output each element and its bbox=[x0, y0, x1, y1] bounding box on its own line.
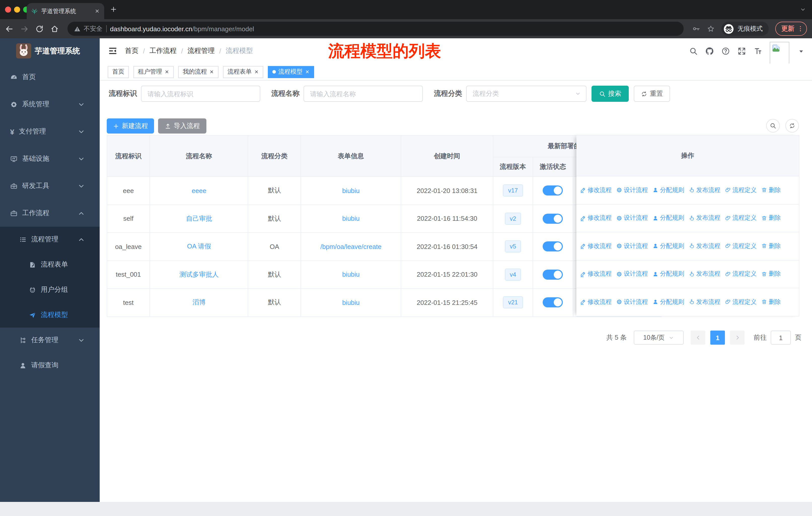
tag-流程表单[interactable]: 流程表单 bbox=[223, 66, 263, 78]
close-window-button[interactable] bbox=[5, 6, 11, 12]
assign-rule-button[interactable]: 分配规则 bbox=[652, 298, 684, 306]
sidebar-item-devtools[interactable]: 研发工具 bbox=[0, 172, 100, 199]
page-size-select[interactable]: 10条/页 bbox=[634, 331, 684, 345]
tag-首页[interactable]: 首页 bbox=[108, 66, 129, 78]
tab-close-icon[interactable] bbox=[95, 8, 100, 13]
form-info-link[interactable]: biubiu bbox=[342, 215, 359, 222]
design-button[interactable]: 设计流程 bbox=[616, 270, 648, 278]
process-name-link[interactable]: OA 请假 bbox=[187, 242, 211, 251]
import-process-button[interactable]: 导入流程 bbox=[158, 118, 206, 134]
modify-button[interactable]: 修改流程 bbox=[580, 186, 612, 194]
definition-button[interactable]: 流程定义 bbox=[725, 270, 757, 278]
breadcrumb-item[interactable]: 流程管理 bbox=[187, 46, 215, 55]
delete-button[interactable]: 删除 bbox=[761, 214, 781, 222]
publish-button[interactable]: 发布流程 bbox=[689, 270, 720, 278]
active-toggle[interactable] bbox=[543, 186, 563, 196]
update-browser-button[interactable]: 更新 bbox=[775, 22, 807, 36]
breadcrumb-item[interactable]: 工作流程 bbox=[149, 46, 177, 55]
forward-button[interactable] bbox=[20, 24, 29, 33]
avatar-caret-icon[interactable] bbox=[797, 47, 806, 55]
modify-button[interactable]: 修改流程 bbox=[580, 298, 612, 306]
modify-button[interactable]: 修改流程 bbox=[580, 270, 612, 278]
definition-button[interactable]: 流程定义 bbox=[725, 242, 757, 250]
active-toggle[interactable] bbox=[543, 270, 563, 280]
sidebar-item-infra[interactable]: 基础设施 bbox=[0, 145, 100, 172]
prev-page-button[interactable] bbox=[691, 331, 705, 345]
publish-button[interactable]: 发布流程 bbox=[689, 298, 720, 306]
design-button[interactable]: 设计流程 bbox=[616, 242, 648, 250]
process-name-link[interactable]: 自己审批 bbox=[186, 214, 212, 223]
toggle-search-button[interactable] bbox=[766, 119, 780, 133]
design-button[interactable]: 设计流程 bbox=[616, 214, 648, 222]
definition-button[interactable]: 流程定义 bbox=[725, 298, 757, 306]
form-info-link[interactable]: biubiu bbox=[342, 299, 359, 306]
active-toggle[interactable] bbox=[543, 214, 563, 224]
process-name-input[interactable] bbox=[303, 86, 423, 102]
search-icon[interactable] bbox=[689, 47, 698, 55]
breadcrumb-item[interactable]: 首页 bbox=[125, 46, 139, 55]
active-toggle[interactable] bbox=[543, 298, 563, 308]
tag-close-icon[interactable] bbox=[209, 70, 214, 74]
process-category-select[interactable]: 流程分类 bbox=[466, 86, 586, 102]
process-name-link[interactable]: eeee bbox=[192, 187, 206, 194]
sidebar-item-process-model[interactable]: 流程模型 bbox=[0, 302, 100, 328]
publish-button[interactable]: 发布流程 bbox=[689, 214, 720, 222]
tag-close-icon[interactable] bbox=[305, 70, 310, 74]
goto-page-input[interactable] bbox=[771, 331, 791, 345]
sidebar-item-system[interactable]: 系统管理 bbox=[0, 91, 100, 118]
sidebar-item-user-group[interactable]: 用户分组 bbox=[0, 277, 100, 302]
security-badge[interactable]: 不安全 bbox=[74, 24, 103, 33]
github-icon[interactable] bbox=[705, 47, 714, 55]
sidebar-item-payment[interactable]: ¥支付管理 bbox=[0, 118, 100, 145]
form-info-link[interactable]: biubiu bbox=[342, 187, 359, 194]
sidebar-item-process-mgmt[interactable]: 流程管理 bbox=[0, 227, 100, 252]
definition-button[interactable]: 流程定义 bbox=[725, 214, 757, 222]
bookmark-star-icon[interactable] bbox=[707, 25, 715, 33]
reset-button[interactable]: 重置 bbox=[634, 86, 670, 102]
modify-button[interactable]: 修改流程 bbox=[580, 242, 612, 250]
delete-button[interactable]: 删除 bbox=[761, 186, 781, 194]
fullscreen-icon[interactable] bbox=[737, 47, 746, 55]
delete-button[interactable]: 删除 bbox=[761, 242, 781, 250]
modify-button[interactable]: 修改流程 bbox=[580, 214, 612, 222]
sidebar-item-process-form[interactable]: 流程表单 bbox=[0, 252, 100, 277]
process-name-link[interactable]: 测试多审批人 bbox=[179, 270, 219, 279]
tag-close-icon[interactable] bbox=[254, 70, 259, 74]
search-button[interactable]: 搜索 bbox=[591, 86, 629, 102]
help-icon[interactable] bbox=[721, 47, 730, 55]
refresh-table-button[interactable] bbox=[785, 119, 799, 133]
form-info-link[interactable]: /bpm/oa/leave/create bbox=[320, 243, 382, 250]
active-toggle[interactable] bbox=[543, 242, 563, 252]
create-process-button[interactable]: 新建流程 bbox=[107, 118, 154, 134]
tag-我的流程[interactable]: 我的流程 bbox=[178, 66, 219, 78]
assign-rule-button[interactable]: 分配规则 bbox=[652, 186, 684, 194]
collapse-sidebar-icon[interactable] bbox=[108, 46, 117, 55]
design-button[interactable]: 设计流程 bbox=[616, 298, 648, 306]
assign-rule-button[interactable]: 分配规则 bbox=[652, 214, 684, 222]
design-button[interactable]: 设计流程 bbox=[616, 186, 648, 194]
page-1-button[interactable]: 1 bbox=[710, 331, 725, 345]
browser-tab[interactable]: 芋道管理系统 bbox=[27, 3, 104, 19]
minimize-window-button[interactable] bbox=[14, 6, 20, 12]
sidebar-logo[interactable]: 芋道管理系统 bbox=[0, 38, 100, 63]
process-id-input[interactable] bbox=[141, 86, 260, 102]
assign-rule-button[interactable]: 分配规则 bbox=[652, 242, 684, 250]
browser-menu-icon[interactable] bbox=[797, 25, 804, 32]
reload-button[interactable] bbox=[35, 24, 44, 33]
tab-search-icon[interactable] bbox=[800, 6, 806, 12]
sidebar-item-task-mgmt[interactable]: 任务管理 bbox=[0, 328, 100, 353]
sidebar-item-leave-query[interactable]: 请假查询 bbox=[0, 353, 100, 378]
process-name-link[interactable]: 滔博 bbox=[193, 298, 206, 307]
tag-close-icon[interactable] bbox=[165, 70, 169, 74]
next-page-button[interactable] bbox=[730, 331, 745, 345]
back-button[interactable] bbox=[5, 24, 13, 33]
tag-租户管理[interactable]: 租户管理 bbox=[134, 66, 174, 78]
sidebar-item-workflow[interactable]: 工作流程 bbox=[0, 199, 100, 227]
home-button[interactable] bbox=[50, 24, 59, 33]
assign-rule-button[interactable]: 分配规则 bbox=[652, 270, 684, 278]
user-avatar[interactable] bbox=[770, 42, 789, 64]
font-size-icon[interactable] bbox=[754, 47, 762, 55]
password-manager-icon[interactable] bbox=[692, 25, 700, 33]
sidebar-item-home[interactable]: 首页 bbox=[0, 63, 100, 91]
publish-button[interactable]: 发布流程 bbox=[689, 242, 720, 250]
